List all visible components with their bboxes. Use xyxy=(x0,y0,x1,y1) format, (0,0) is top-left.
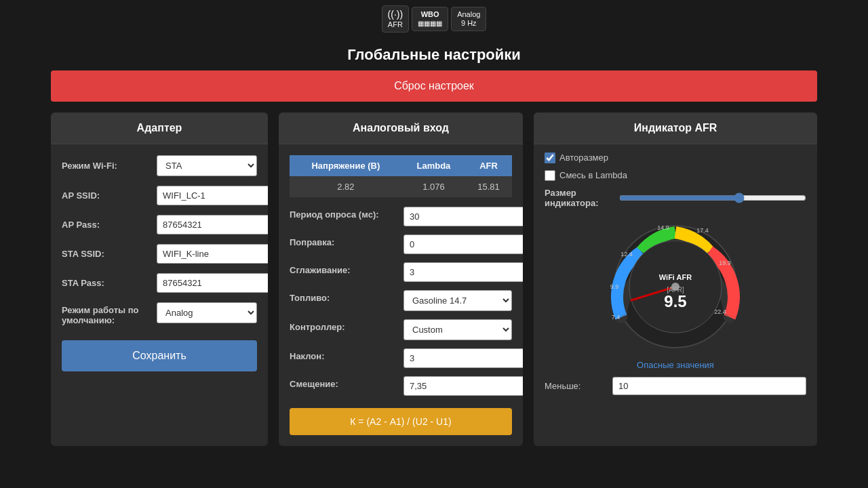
sta-ssid-input[interactable] xyxy=(157,244,268,264)
size-row: Размер индикатора: xyxy=(545,188,806,208)
correction-label: Поправка: xyxy=(290,235,398,247)
default-mode-label: Режим работы по умолчанию: xyxy=(62,302,157,325)
svg-text:7.4: 7.4 xyxy=(612,314,620,321)
autosize-checkbox[interactable] xyxy=(545,152,555,163)
offset-row: Смещение: xyxy=(290,376,512,396)
fuel-label: Топливо: xyxy=(290,290,398,303)
gauge-container: 9.9 12.4 14.9 17.4 19.9 22.4 7.4 WiFi AF… xyxy=(608,219,743,354)
controller-select[interactable]: Custom Bosch NTK xyxy=(403,319,512,340)
default-mode-select[interactable]: Analog Digital xyxy=(157,302,257,323)
col-voltage: Напряжение (В) xyxy=(290,155,402,176)
correction-input[interactable] xyxy=(403,235,523,254)
top-nav: ((·)) AFR WBO ▦▦▦▦ Analog 9 Hz xyxy=(0,0,868,35)
svg-text:14.9: 14.9 xyxy=(657,224,669,231)
wifi-mode-label: Режим Wi-Fi: xyxy=(62,161,157,171)
slope-row: Наклон: xyxy=(290,348,512,368)
danger-less-label: Меньше: xyxy=(545,381,612,391)
size-label: Размер индикатора: xyxy=(545,188,619,208)
poll-period-label: Период опроса (мс): xyxy=(290,207,398,220)
table-row: 2.82 1.076 15.81 xyxy=(290,176,512,197)
save-button[interactable]: Сохранить xyxy=(62,340,257,371)
col-lambda: Lambda xyxy=(402,155,465,176)
autosize-row: Авторазмер xyxy=(545,152,806,163)
smoothing-row: Сглаживание: xyxy=(290,262,512,282)
size-slider[interactable] xyxy=(619,192,806,203)
mixture-label: Смесь в Lambda xyxy=(559,170,627,180)
analog-table: Напряжение (В) Lambda AFR 2.82 1.076 15.… xyxy=(290,155,512,197)
analog-panel-body: Напряжение (В) Lambda AFR 2.82 1.076 15.… xyxy=(279,144,523,446)
fuel-select[interactable]: Gasoline 14.7 Diesel E85 xyxy=(403,290,512,311)
cell-lambda: 1.076 xyxy=(402,176,465,197)
gauge-svg: 9.9 12.4 14.9 17.4 19.9 22.4 7.4 WiFi AF… xyxy=(608,219,743,354)
svg-text:9.9: 9.9 xyxy=(610,283,619,290)
offset-label: Смещение: xyxy=(290,376,398,389)
correction-row: Поправка: xyxy=(290,235,512,254)
svg-text:22.4: 22.4 xyxy=(714,308,726,315)
ap-ssid-row: AP SSID: xyxy=(62,186,257,205)
offset-input[interactable] xyxy=(403,376,523,396)
wifi-mode-select[interactable]: STA AP OFF xyxy=(157,155,257,176)
svg-text:WiFi AFR: WiFi AFR xyxy=(659,273,692,281)
danger-section: Опасные значения Меньше: xyxy=(545,360,806,395)
danger-less-input[interactable] xyxy=(612,377,806,395)
ap-ssid-label: AP SSID: xyxy=(62,190,157,201)
ap-pass-input[interactable] xyxy=(157,215,268,235)
cell-voltage: 2.82 xyxy=(290,176,402,197)
sta-pass-row: STA Pass: xyxy=(62,273,257,293)
smoothing-input[interactable] xyxy=(403,262,523,282)
cell-afr: 15.81 xyxy=(465,176,512,197)
col-afr: AFR xyxy=(465,155,512,176)
controller-row: Контроллер: Custom Bosch NTK xyxy=(290,319,512,340)
ap-pass-row: AP Pass: xyxy=(62,215,257,235)
afr-panel-body: Авторазмер Смесь в Lambda Размер индикат… xyxy=(534,144,817,409)
analog-panel: Аналоговый вход Напряжение (В) Lambda AF… xyxy=(279,113,523,446)
afr-panel: Индикатор AFR Авторазмер Смесь в Lambda … xyxy=(534,113,817,446)
main-panels: Адаптер Режим Wi-Fi: STA AP OFF AP SSID:… xyxy=(0,113,868,446)
mixture-checkbox[interactable] xyxy=(545,170,555,181)
fuel-row: Топливо: Gasoline 14.7 Diesel E85 xyxy=(290,290,512,311)
analog-panel-title: Аналоговый вход xyxy=(279,113,523,144)
slope-input[interactable] xyxy=(403,348,523,368)
sta-ssid-row: STA SSID: xyxy=(62,244,257,264)
analog-nav-icon[interactable]: Analog 9 Hz xyxy=(451,7,486,31)
sta-pass-label: STA Pass: xyxy=(62,278,157,288)
svg-text:19.9: 19.9 xyxy=(719,260,731,266)
svg-text:9.5: 9.5 xyxy=(664,292,686,310)
reset-button[interactable]: Сброс настроек xyxy=(51,70,817,102)
wifi-mode-row: Режим Wi-Fi: STA AP OFF xyxy=(62,155,257,176)
svg-text:12.4: 12.4 xyxy=(620,251,633,258)
mixture-row: Смесь в Lambda xyxy=(545,170,806,181)
wbo-nav-icon[interactable]: WBO ▦▦▦▦ xyxy=(412,7,448,30)
afr-panel-title: Индикатор AFR xyxy=(534,113,817,144)
default-mode-row: Режим работы по умолчанию: Analog Digita… xyxy=(62,302,257,325)
sta-pass-input[interactable] xyxy=(157,273,268,293)
ap-pass-label: AP Pass: xyxy=(62,220,157,230)
adapter-panel-title: Адаптер xyxy=(51,113,268,144)
poll-period-input[interactable] xyxy=(403,207,523,226)
sta-ssid-label: STA SSID: xyxy=(62,249,157,259)
formula-button[interactable]: К = (А2 - А1) / (U2 - U1) xyxy=(290,408,512,435)
danger-title[interactable]: Опасные значения xyxy=(545,360,806,370)
poll-period-row: Период опроса (мс): xyxy=(290,207,512,226)
slope-label: Наклон: xyxy=(290,348,398,361)
smoothing-label: Сглаживание: xyxy=(290,262,398,275)
adapter-panel: Адаптер Режим Wi-Fi: STA AP OFF AP SSID:… xyxy=(51,113,268,446)
svg-text:17.4: 17.4 xyxy=(696,227,709,234)
ap-ssid-input[interactable] xyxy=(157,186,268,205)
afr-nav-icon[interactable]: ((·)) AFR xyxy=(382,5,410,33)
page-title: Глобальные настройки xyxy=(0,35,868,70)
danger-less-row: Меньше: xyxy=(545,377,806,395)
adapter-panel-body: Режим Wi-Fi: STA AP OFF AP SSID: AP Pass… xyxy=(51,144,268,382)
controller-label: Контроллер: xyxy=(290,319,398,332)
autosize-label: Авторазмер xyxy=(559,152,608,163)
